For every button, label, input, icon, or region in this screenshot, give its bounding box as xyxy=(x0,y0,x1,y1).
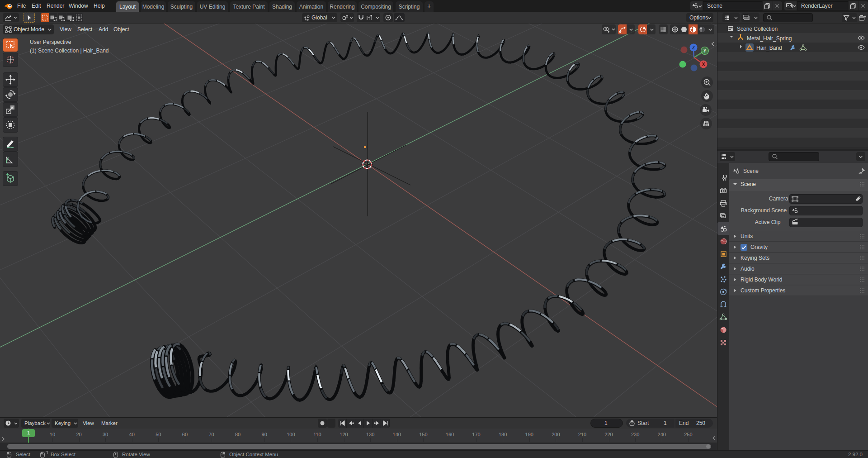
svg-text:Y: Y xyxy=(703,48,707,53)
svg-text:Z: Z xyxy=(692,45,695,50)
svg-text:X: X xyxy=(702,62,705,67)
